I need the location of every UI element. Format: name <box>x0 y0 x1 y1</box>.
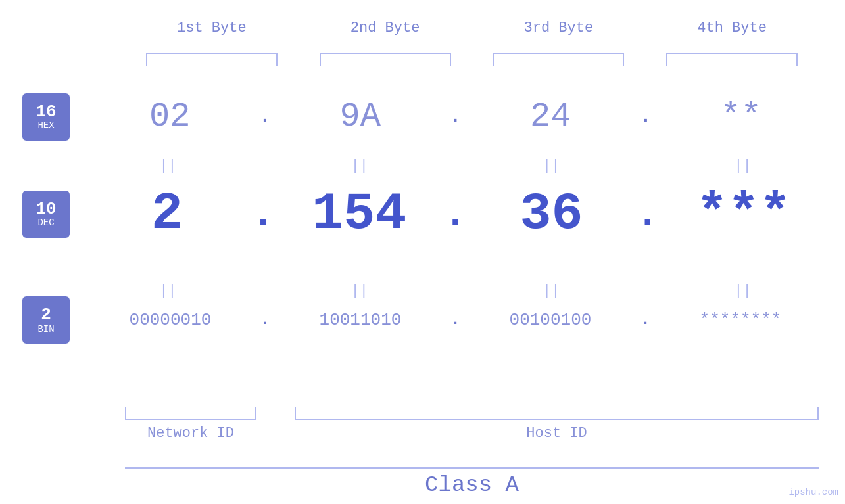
hex-badge-num: 16 <box>36 103 56 122</box>
watermark: ipshu.com <box>788 487 838 497</box>
hex-badge: 16 HEX <box>22 93 70 141</box>
eq-1-b4: || <box>677 158 809 174</box>
eq-2-b2: || <box>294 283 425 299</box>
top-brackets <box>125 53 819 66</box>
bin-b4: ******** <box>675 310 806 330</box>
dec-b3: 36 <box>486 184 617 244</box>
dec-dot-3: . <box>636 192 660 237</box>
eq-1-b1: || <box>102 158 233 174</box>
dec-badge-label: DEC <box>37 218 54 228</box>
main-container: 1st Byte 2nd Byte 3rd Byte 4th Byte 16 H… <box>0 0 845 504</box>
hex-b3: 24 <box>485 97 616 136</box>
hex-dot-3: . <box>640 106 652 127</box>
label-spacer <box>256 425 295 442</box>
bin-badge-num: 2 <box>41 306 51 325</box>
eq-row-1: || || || || <box>92 158 819 174</box>
hex-row: 16 HEX 02 . 9A . 24 . ** <box>0 97 819 136</box>
hex-badge-label: HEX <box>37 121 54 131</box>
bin-dot-2: . <box>451 312 460 329</box>
bracket-bottom-host <box>295 407 819 420</box>
dec-dot-2: . <box>443 192 467 237</box>
bottom-bracket-section: Network ID Host ID <box>125 407 819 442</box>
dec-b1: 2 <box>101 184 233 244</box>
host-id-label: Host ID <box>295 425 819 442</box>
hex-b4: ** <box>675 97 807 136</box>
eq-row-2: || || || || <box>92 283 819 299</box>
bracket-top-1 <box>146 53 278 66</box>
col-header-1: 1st Byte <box>125 20 299 36</box>
eq-2-b4: || <box>677 283 809 299</box>
hex-dot-2: . <box>450 106 461 127</box>
bin-dot-1: . <box>261 312 270 329</box>
hex-b1: 02 <box>104 97 235 136</box>
bracket-top-2 <box>320 53 451 66</box>
bin-badge-label: BIN <box>37 325 54 334</box>
bin-b2: 10011010 <box>295 310 426 330</box>
col-header-4: 4th Byte <box>645 20 819 36</box>
bracket-top-3 <box>493 53 624 66</box>
col-header-2: 2nd Byte <box>299 20 472 36</box>
bin-b1: 00000010 <box>105 310 236 330</box>
eq-2-b1: || <box>102 283 233 299</box>
eq-2-b3: || <box>485 283 617 299</box>
bin-values: 00000010 . 10011010 . 00100100 . *******… <box>92 310 819 330</box>
class-section: Class A <box>125 467 819 497</box>
hex-dot-1: . <box>260 106 271 127</box>
id-labels: Network ID Host ID <box>125 425 819 442</box>
dec-badge: 10 DEC <box>22 191 70 238</box>
dec-b4: *** <box>678 184 809 244</box>
bracket-top-4 <box>666 53 798 66</box>
bottom-brackets <box>125 407 819 420</box>
network-id-label: Network ID <box>125 425 256 442</box>
eq-1-b2: || <box>294 158 425 174</box>
eq-1-b3: || <box>485 158 617 174</box>
dec-dot-1: . <box>251 192 275 237</box>
column-headers: 1st Byte 2nd Byte 3rd Byte 4th Byte <box>125 20 819 36</box>
bin-dot-3: . <box>641 312 650 329</box>
bin-badge: 2 BIN <box>22 296 70 344</box>
class-label: Class A <box>125 469 819 497</box>
col-header-3: 3rd Byte <box>472 20 646 36</box>
hex-b2: 9A <box>295 97 426 136</box>
bracket-bottom-net <box>125 407 256 420</box>
dec-row: 10 DEC 2 . 154 . 36 . *** <box>0 184 819 244</box>
dec-b2: 154 <box>293 184 425 244</box>
bin-row: 2 BIN 00000010 . 10011010 . 00100100 . *… <box>0 310 819 330</box>
bin-b3: 00100100 <box>485 310 616 330</box>
hex-values: 02 . 9A . 24 . ** <box>92 97 819 136</box>
dec-values: 2 . 154 . 36 . *** <box>92 184 819 244</box>
dec-badge-num: 10 <box>36 200 56 219</box>
